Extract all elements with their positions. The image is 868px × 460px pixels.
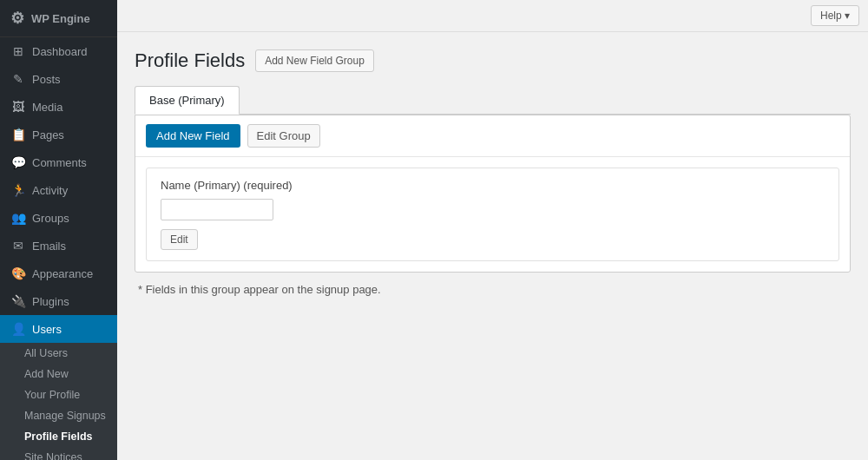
sidebar-item-activity[interactable]: 🏃 Activity bbox=[0, 176, 117, 204]
sidebar-logo[interactable]: ⚙ WP Engine bbox=[0, 0, 117, 37]
sidebar-item-label: Posts bbox=[32, 73, 61, 86]
sidebar-item-label: Groups bbox=[32, 212, 69, 225]
submenu-item-site-notices[interactable]: Site Notices bbox=[0, 447, 117, 460]
sidebar-item-label: Comments bbox=[32, 156, 87, 169]
field-name-input[interactable] bbox=[161, 199, 273, 220]
submenu-item-add-new[interactable]: Add New bbox=[0, 364, 117, 384]
sidebar-item-label: Activity bbox=[32, 184, 68, 197]
sidebar-item-label: Plugins bbox=[32, 295, 69, 308]
sidebar-item-media[interactable]: 🖼 Media bbox=[0, 93, 117, 121]
field-edit-button[interactable]: Edit bbox=[161, 229, 198, 250]
sidebar-item-label: Media bbox=[32, 101, 62, 114]
sidebar-item-emails[interactable]: ✉ Emails bbox=[0, 232, 117, 260]
edit-group-button[interactable]: Edit Group bbox=[247, 124, 320, 148]
sidebar-item-label: Dashboard bbox=[32, 45, 88, 58]
sidebar-item-comments[interactable]: 💬 Comments bbox=[0, 148, 117, 176]
sidebar-item-groups[interactable]: 👥 Groups bbox=[0, 204, 117, 232]
wp-engine-icon: ⚙ bbox=[10, 9, 24, 28]
sidebar-item-users[interactable]: 👤 Users bbox=[0, 315, 117, 343]
pages-icon: 📋 bbox=[10, 128, 26, 141]
add-new-field-group-button[interactable]: Add New Field Group bbox=[255, 49, 374, 72]
submenu-item-all-users[interactable]: All Users bbox=[0, 343, 117, 364]
sidebar: ⚙ WP Engine ⊞ Dashboard ✎ Posts 🖼 Media … bbox=[0, 0, 117, 460]
activity-icon: 🏃 bbox=[10, 183, 26, 197]
comments-icon: 💬 bbox=[10, 155, 26, 169]
add-new-field-button[interactable]: Add New Field bbox=[146, 124, 240, 148]
field-row: Name (Primary) (required) Edit bbox=[146, 168, 839, 261]
appearance-icon: 🎨 bbox=[10, 266, 26, 280]
tab-bar: Base (Primary) bbox=[135, 86, 851, 115]
sidebar-item-label: Appearance bbox=[32, 267, 93, 280]
main-content: Help ▾ Profile Fields Add New Field Grou… bbox=[117, 0, 868, 460]
sidebar-item-dashboard[interactable]: ⊞ Dashboard bbox=[0, 37, 117, 65]
field-label: Name (Primary) (required) bbox=[161, 179, 825, 192]
submenu-item-your-profile[interactable]: Your Profile bbox=[0, 384, 117, 405]
sidebar-item-appearance[interactable]: 🎨 Appearance bbox=[0, 260, 117, 287]
emails-icon: ✉ bbox=[10, 239, 26, 253]
dashboard-icon: ⊞ bbox=[10, 44, 26, 58]
users-submenu: All Users Add New Your Profile Manage Si… bbox=[0, 343, 117, 460]
submenu-item-manage-signups[interactable]: Manage Signups bbox=[0, 405, 117, 426]
sidebar-logo-label: WP Engine bbox=[31, 12, 90, 25]
page-title: Profile Fields bbox=[135, 49, 245, 72]
sidebar-item-label: Emails bbox=[32, 240, 66, 253]
signup-notice: * Fields in this group appear on the sig… bbox=[135, 283, 851, 296]
submenu-item-profile-fields[interactable]: Profile Fields bbox=[0, 426, 117, 447]
help-button[interactable]: Help ▾ bbox=[811, 5, 859, 26]
media-icon: 🖼 bbox=[10, 100, 26, 114]
sidebar-item-label: Pages bbox=[32, 128, 64, 141]
sidebar-item-label: Users bbox=[32, 323, 62, 336]
groups-icon: 👥 bbox=[10, 211, 26, 225]
sidebar-item-posts[interactable]: ✎ Posts bbox=[0, 65, 117, 93]
tab-base-primary[interactable]: Base (Primary) bbox=[135, 86, 240, 115]
plugins-icon: 🔌 bbox=[10, 294, 26, 308]
content-area: Profile Fields Add New Field Group Base … bbox=[117, 32, 868, 460]
page-header: Profile Fields Add New Field Group bbox=[135, 49, 851, 72]
field-group-card: Add New Field Edit Group Name (Primary) … bbox=[135, 115, 851, 273]
users-icon: 👤 bbox=[10, 322, 26, 336]
sidebar-item-plugins[interactable]: 🔌 Plugins bbox=[0, 287, 117, 315]
posts-icon: ✎ bbox=[10, 72, 26, 86]
sidebar-item-pages[interactable]: 📋 Pages bbox=[0, 121, 117, 148]
topbar: Help ▾ bbox=[117, 0, 868, 32]
field-group-toolbar: Add New Field Edit Group bbox=[135, 115, 850, 157]
